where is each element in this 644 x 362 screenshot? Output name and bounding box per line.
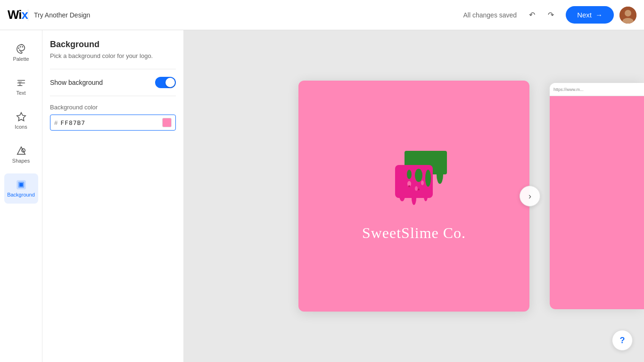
- svg-point-23: [415, 186, 418, 191]
- header: Wix Try Another Design All changes saved…: [0, 0, 644, 30]
- svg-point-16: [425, 170, 431, 187]
- undo-redo-group: ↶ ↷: [524, 8, 558, 23]
- show-background-row: Show background: [50, 77, 176, 88]
- color-value-input[interactable]: [60, 119, 159, 126]
- sidebar-item-label: Shapes: [12, 158, 30, 164]
- right-mockup: https://www.m...: [550, 83, 644, 309]
- svg-point-26: [418, 189, 420, 190]
- header-title: Try Another Design: [34, 11, 90, 19]
- question-mark-icon: ?: [620, 336, 625, 346]
- show-background-toggle[interactable]: [155, 77, 176, 88]
- svg-marker-8: [17, 113, 25, 121]
- slime-illustration: [367, 151, 461, 217]
- sidebar-item-icons[interactable]: Icons: [4, 106, 38, 136]
- user-avatar[interactable]: [619, 7, 636, 24]
- toggle-track[interactable]: [155, 77, 176, 88]
- panel-subtitle: Pick a background color for your logo.: [50, 52, 176, 59]
- help-button[interactable]: ?: [612, 330, 633, 351]
- main-layout: Palette T Text Icons: [0, 30, 644, 362]
- panel-title: Background: [50, 40, 176, 49]
- background-icon: [16, 180, 26, 190]
- svg-point-6: [22, 46, 23, 48]
- star-icon: [16, 112, 26, 122]
- svg-point-4: [18, 48, 19, 49]
- color-section-label: Background color: [50, 104, 176, 111]
- next-label: Next: [577, 11, 592, 19]
- svg-point-3: [19, 49, 20, 51]
- next-arrow-icon: →: [595, 11, 603, 19]
- undo-icon: ↶: [529, 10, 535, 19]
- svg-point-19: [399, 190, 405, 201]
- color-swatch[interactable]: [162, 118, 172, 127]
- autosave-status: All changes saved: [463, 11, 517, 19]
- svg-point-24: [421, 181, 424, 185]
- sidebar-item-text[interactable]: T Text: [4, 72, 38, 102]
- settings-panel: Background Pick a background color for y…: [42, 30, 184, 362]
- svg-point-20: [412, 191, 416, 205]
- canvas-next-button[interactable]: ›: [520, 186, 540, 206]
- sidebar-item-shapes[interactable]: Shapes: [4, 140, 38, 170]
- header-divider: [28, 9, 28, 21]
- next-button[interactable]: Next →: [566, 6, 614, 24]
- svg-point-21: [424, 192, 428, 201]
- panel-divider-1: [50, 69, 176, 69]
- undo-button[interactable]: ↶: [524, 8, 539, 23]
- sidebar-item-label: Icons: [15, 124, 27, 130]
- color-hash-symbol: #: [54, 119, 58, 126]
- wix-logo: Wix: [8, 8, 28, 22]
- redo-icon: ↷: [548, 10, 554, 19]
- sidebar-item-label: Text: [16, 90, 25, 96]
- logo-preview-card: SweetSlime Co.: [298, 81, 529, 312]
- redo-button[interactable]: ↷: [543, 8, 558, 23]
- sidebar-item-palette[interactable]: Palette: [4, 38, 38, 68]
- svg-point-1: [625, 10, 631, 16]
- canvas-area: SweetSlime Co. https://www.m... › ?: [184, 30, 644, 362]
- svg-point-15: [415, 169, 422, 182]
- show-background-label: Show background: [50, 79, 103, 86]
- color-input-row[interactable]: #: [50, 115, 176, 131]
- text-icon: T: [16, 78, 26, 88]
- sidebar-item-label: Background: [7, 192, 35, 197]
- icon-sidebar: Palette T Text Icons: [0, 30, 42, 362]
- mockup-url-text: https://www.m...: [553, 87, 584, 92]
- svg-text:T: T: [18, 80, 22, 87]
- mockup-content: [550, 96, 644, 309]
- svg-point-17: [437, 165, 443, 184]
- shapes-icon: [16, 146, 26, 156]
- svg-rect-12: [19, 183, 23, 186]
- toggle-thumb: [165, 78, 175, 87]
- svg-point-18: [407, 170, 412, 179]
- logo-text: SweetSlime Co.: [362, 224, 466, 242]
- sidebar-item-background[interactable]: Background: [4, 173, 38, 204]
- palette-icon: [16, 44, 26, 54]
- svg-point-25: [408, 185, 410, 187]
- chevron-right-icon: ›: [528, 191, 531, 201]
- panel-divider-2: [50, 96, 176, 96]
- sidebar-item-label: Palette: [13, 56, 29, 62]
- svg-point-5: [19, 46, 21, 48]
- mockup-url-bar: https://www.m...: [550, 83, 644, 96]
